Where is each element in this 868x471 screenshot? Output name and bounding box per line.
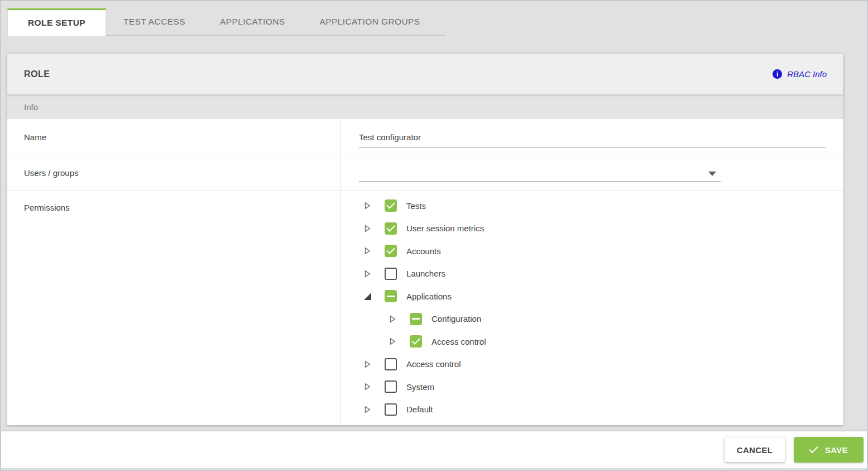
- expand-arrow-icon[interactable]: [363, 202, 372, 210]
- panel-title: ROLE: [24, 69, 50, 79]
- tab-label: TEST ACCESS: [123, 17, 185, 26]
- tree-item-default: Default: [363, 398, 843, 421]
- expand-arrow-icon[interactable]: [363, 247, 372, 255]
- permission-checkbox[interactable]: [385, 380, 397, 393]
- permission-checkbox[interactable]: [385, 403, 397, 416]
- permission-label: System: [406, 382, 434, 392]
- permission-checkbox[interactable]: [385, 290, 397, 302]
- rbac-info-label: RBAC Info: [787, 69, 827, 79]
- tab-application-groups[interactable]: APPLICATION GROUPS: [302, 8, 437, 35]
- permissions-tree: Tests User session metrics Accounts Laun…: [341, 191, 843, 421]
- expand-arrow-icon[interactable]: [363, 406, 372, 413]
- permission-label: User session metrics: [406, 223, 484, 233]
- users-groups-row: Users / groups: [7, 155, 843, 190]
- permissions-label: Permissions: [7, 191, 341, 425]
- permission-label: Configuration: [431, 314, 481, 323]
- tree-item-system: System: [363, 375, 843, 398]
- permissions-row: Permissions Tests User session metrics: [7, 190, 843, 425]
- permission-label: Access control: [431, 337, 486, 346]
- section-header-info: Info: [7, 94, 843, 119]
- expand-arrow-icon[interactable]: [363, 270, 372, 278]
- tab-role-setup[interactable]: ROLE SETUP: [7, 8, 106, 36]
- tree-item-launchers: Launchers: [363, 263, 843, 286]
- rbac-info-link[interactable]: i RBAC Info: [773, 69, 827, 79]
- tabs: ROLE SETUPTEST ACCESSAPPLICATIONSAPPLICA…: [7, 8, 438, 36]
- permission-label: Access control: [406, 359, 461, 369]
- tab-label: APPLICATION GROUPS: [319, 17, 420, 26]
- tab-bar: ROLE SETUPTEST ACCESSAPPLICATIONSAPPLICA…: [1, 1, 867, 36]
- footer-bar: CANCEL SAVE: [1, 431, 867, 468]
- permission-checkbox[interactable]: [385, 358, 397, 370]
- permission-label: Launchers: [406, 269, 445, 278]
- users-groups-label: Users / groups: [7, 155, 341, 190]
- tree-item-tests: Tests: [363, 194, 843, 217]
- tree-item-applications: Applications: [363, 285, 843, 308]
- dropdown-arrow-icon[interactable]: [708, 172, 716, 176]
- tab-label: ROLE SETUP: [28, 18, 85, 27]
- permission-checkbox[interactable]: [385, 245, 397, 257]
- tree-item-accounts: Accounts: [363, 240, 843, 263]
- tab-label: APPLICATIONS: [220, 17, 285, 26]
- name-input[interactable]: Test configurator: [359, 132, 826, 148]
- role-panel: ROLE i RBAC Info Info Name Test configur…: [7, 54, 843, 425]
- name-value-cell: Test configurator: [341, 119, 843, 155]
- permission-checkbox[interactable]: [385, 268, 397, 280]
- tab-applications[interactable]: APPLICATIONS: [203, 8, 303, 35]
- expand-arrow-icon[interactable]: [363, 225, 372, 232]
- tree-item-access-control: Access control: [363, 353, 843, 376]
- permission-checkbox[interactable]: [410, 335, 422, 348]
- expand-arrow-icon[interactable]: [389, 315, 397, 323]
- permissions-value-cell: Tests User session metrics Accounts Laun…: [341, 191, 843, 425]
- expand-arrow-icon[interactable]: [363, 293, 372, 300]
- tree-item-access-control: Access control: [363, 330, 843, 353]
- permission-label: Accounts: [406, 246, 441, 256]
- permission-checkbox[interactable]: [385, 199, 397, 212]
- expand-arrow-icon[interactable]: [389, 337, 397, 345]
- cancel-button[interactable]: CANCEL: [725, 437, 785, 462]
- section-label: Info: [24, 102, 38, 112]
- users-groups-select[interactable]: [359, 164, 721, 182]
- tree-item-user-session-metrics: User session metrics: [363, 217, 843, 240]
- permission-label: Applications: [406, 292, 452, 301]
- name-label: Name: [7, 119, 341, 155]
- permission-label: Tests: [406, 201, 426, 211]
- expand-arrow-icon[interactable]: [363, 360, 372, 368]
- users-groups-value-cell: [341, 155, 843, 190]
- check-icon: [809, 444, 818, 453]
- tree-item-configuration: Configuration: [363, 308, 843, 331]
- info-icon: i: [773, 69, 782, 79]
- tab-test-access[interactable]: TEST ACCESS: [106, 8, 203, 35]
- panel-header: ROLE i RBAC Info: [7, 54, 843, 94]
- save-button[interactable]: SAVE: [794, 437, 864, 463]
- permission-checkbox[interactable]: [385, 222, 397, 235]
- name-row: Name Test configurator: [7, 119, 843, 155]
- permission-label: Default: [406, 405, 433, 414]
- permission-checkbox[interactable]: [410, 313, 422, 325]
- expand-arrow-icon[interactable]: [363, 383, 372, 391]
